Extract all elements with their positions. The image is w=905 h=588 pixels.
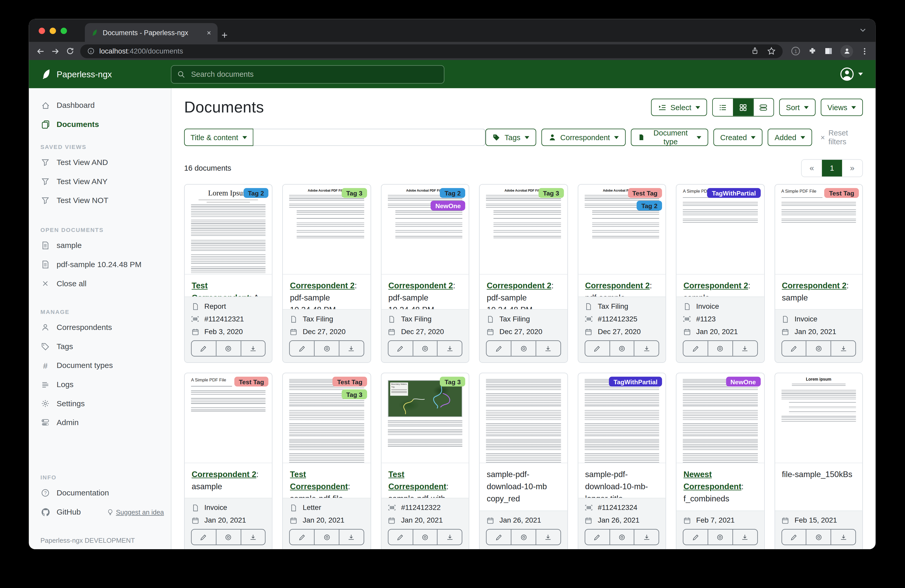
back-icon[interactable] [36,46,45,56]
download-button[interactable] [437,341,462,356]
edit-button[interactable] [290,529,314,545]
tab-close-icon[interactable] [206,30,212,35]
tag-badge[interactable]: Tag 2 [440,188,465,198]
correspondent-link[interactable]: Correspondent 2 [388,281,453,290]
user-menu[interactable] [840,67,875,81]
download-button[interactable] [339,529,364,545]
reload-icon[interactable] [66,47,74,55]
sidebar-item-github[interactable]: GitHub Suggest an idea [29,502,171,521]
document-thumbnail[interactable]: Tag 2 NewOne Adobe Acrobat PDF Files [381,185,469,274]
document-thumbnail[interactable] [480,373,567,463]
share-icon[interactable] [751,47,759,55]
tag-badge[interactable]: Test Tag [333,377,367,387]
document-thumbnail[interactable]: Tag 3 Adobe Acrobat PDF Files [283,185,370,274]
next-page-button[interactable]: » [842,160,862,176]
edit-button[interactable] [487,341,511,356]
suggest-an-idea-link[interactable]: Suggest an idea [106,509,164,516]
document-thumbnail[interactable]: Tag 3 Adobe Acrobat PDF Files [480,185,567,274]
document-type-filter-button[interactable]: Document type [631,128,708,146]
view-button[interactable] [806,341,831,356]
document-thumbnail[interactable]: Test Tag A Simple PDF File [185,373,272,463]
sidebar-item-documents[interactable]: Documents [29,115,171,134]
download-button[interactable] [634,341,659,356]
browser-menu-dots-icon[interactable] [861,47,868,55]
list-view-button[interactable] [713,98,733,116]
edit-button[interactable] [290,341,314,356]
view-button[interactable] [708,529,732,545]
view-button[interactable] [216,529,241,545]
view-button[interactable] [314,341,339,356]
sidebar-item-test-view-not[interactable]: Test View NOT [29,191,171,210]
sidebar-panel-icon[interactable] [824,47,833,55]
sidebar-item-close-all[interactable]: Close all [29,274,171,293]
sidebar-item-test-view-any[interactable]: Test View ANY [29,172,171,191]
document-thumbnail[interactable]: NewOne [676,373,764,463]
view-button[interactable] [609,341,634,356]
extension-badge-icon[interactable]: 1 [791,46,800,56]
edit-button[interactable] [388,529,413,545]
tag-badge[interactable]: Test Tag [628,188,662,198]
view-button[interactable] [708,341,732,356]
document-thumbnail[interactable]: Tag 2 Lorem Ipsum [185,185,272,274]
tag-badge[interactable]: Tag 3 [538,188,564,198]
view-button[interactable] [511,529,536,545]
sidebar-item-settings[interactable]: Settings [29,394,171,413]
edit-button[interactable] [684,529,708,545]
correspondent-link[interactable]: Newest Correspondent [684,469,741,491]
view-button[interactable] [511,341,536,356]
correspondent-link[interactable]: Correspondent 2 [684,281,748,290]
forward-icon[interactable] [51,46,60,56]
added-filter-button[interactable]: Added [768,128,812,146]
correspondent-filter-button[interactable]: Correspondent [541,128,626,146]
correspondent-link[interactable]: Correspondent 2 [585,281,649,290]
tab-search-chevron-icon[interactable] [859,26,867,34]
correspondent-link[interactable]: Correspondent 2 [290,281,355,290]
sidebar-item-documentation[interactable]: ? Documentation [29,483,171,502]
edit-button[interactable] [192,529,216,545]
search-input[interactable] [190,69,438,79]
current-page-button[interactable]: 1 [822,160,842,176]
detail-view-button[interactable] [753,98,773,116]
grid-view-button[interactable] [733,98,753,116]
tag-badge[interactable]: Test Tag [824,188,859,198]
select-dropdown-button[interactable]: Select [651,98,707,116]
new-tab-button[interactable] [221,31,229,39]
tag-badge[interactable]: Tag 3 [342,390,367,399]
view-button[interactable] [609,529,634,545]
extensions-puzzle-icon[interactable] [808,47,816,55]
address-bar[interactable]: localhost:4200/documents [80,44,783,58]
view-button[interactable] [314,529,339,545]
download-button[interactable] [240,529,265,545]
document-thumbnail[interactable]: Tag 3 Boundary Waters Trip [381,373,469,463]
edit-button[interactable] [585,341,609,356]
correspondent-link[interactable]: Test Correspondent [290,469,348,491]
correspondent-link[interactable]: Test Correspondent [388,469,446,491]
tag-badge[interactable]: NewOne [726,377,761,387]
tag-badge[interactable]: Tag 3 [440,377,465,387]
tag-badge[interactable]: Test Tag [234,377,268,387]
download-button[interactable] [437,529,462,545]
download-button[interactable] [339,341,364,356]
edit-button[interactable] [782,529,806,545]
sidebar-item-dashboard[interactable]: Dashboard [29,96,171,115]
download-button[interactable] [634,529,659,545]
sidebar-item-logs[interactable]: Logs [29,375,171,394]
edit-button[interactable] [388,341,413,356]
tag-badge[interactable]: TagWithPartial [707,188,761,198]
filter-query-input[interactable] [253,128,486,146]
sidebar-item-correspondents[interactable]: Correspondents [29,318,171,337]
tag-badge[interactable]: TagWithPartial [609,377,662,387]
download-button[interactable] [732,529,757,545]
correspondent-link[interactable]: Correspondent 2 [192,469,256,479]
tag-badge[interactable]: Tag 2 [637,201,662,211]
document-thumbnail[interactable]: TagWithPartial A Simple PDF File [676,185,764,274]
filter-field-dropdown-button[interactable]: Title & content [184,128,253,146]
sidebar-item-open-doc-sample[interactable]: sample [29,236,171,255]
tag-badge[interactable]: Tag 3 [342,188,367,198]
document-thumbnail[interactable]: Lorem ipsum [775,373,862,463]
download-button[interactable] [535,341,560,356]
sidebar-item-open-doc-pdf-sample[interactable]: pdf-sample 10.24.48 PM [29,255,171,274]
sidebar-item-document-types[interactable]: # Document types [29,356,171,375]
download-button[interactable] [831,529,856,545]
correspondent-link[interactable]: Test Correspondent [192,281,250,296]
